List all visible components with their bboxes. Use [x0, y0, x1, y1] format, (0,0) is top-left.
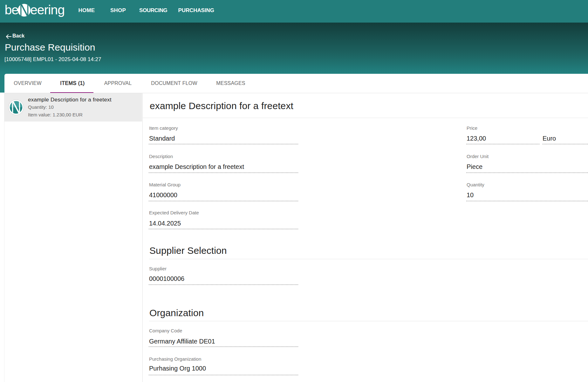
svg-text:be: be: [4, 3, 18, 17]
svg-text:eering: eering: [30, 3, 65, 17]
